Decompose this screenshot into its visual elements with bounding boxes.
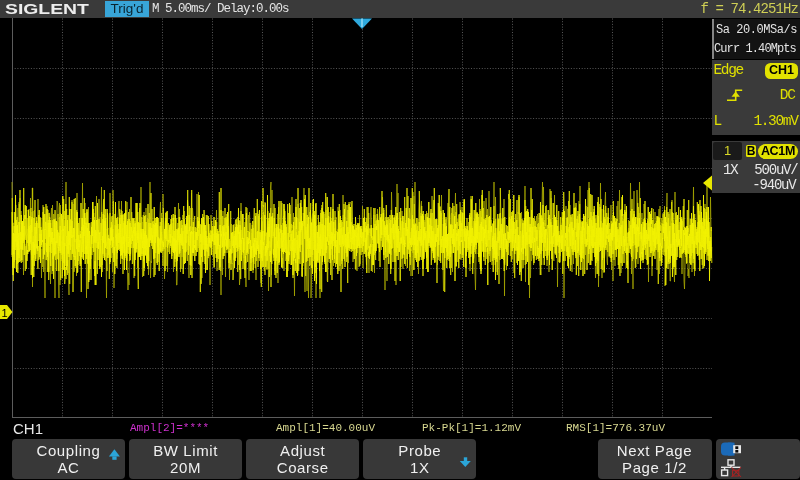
svg-text:1: 1 <box>2 307 8 319</box>
